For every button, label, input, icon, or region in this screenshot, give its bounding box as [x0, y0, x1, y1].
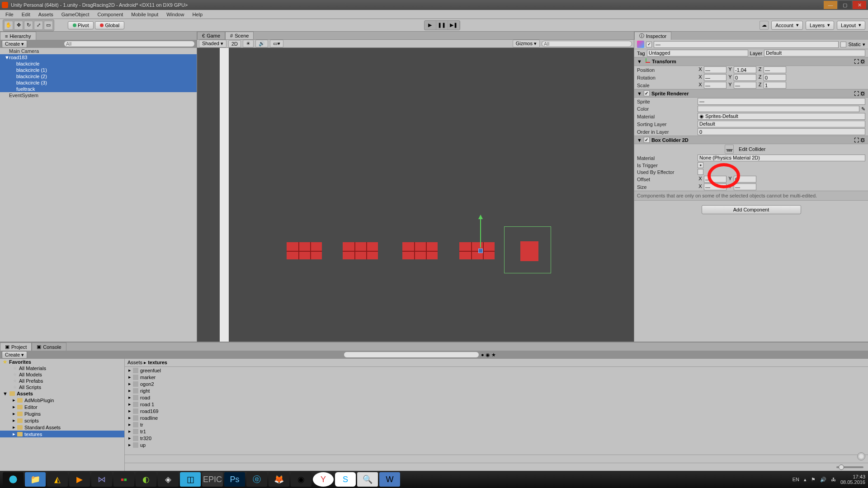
- project-search-input[interactable]: [344, 352, 479, 358]
- tray-up-icon[interactable]: ▴: [804, 477, 807, 483]
- unity-icon[interactable]: ◈: [158, 472, 179, 487]
- menu-window[interactable]: Window: [163, 11, 188, 18]
- hierarchy-create-button[interactable]: Create ▾: [2, 40, 27, 48]
- scene-tab[interactable]: # Scene: [225, 32, 254, 39]
- layer-dropdown[interactable]: Default: [764, 50, 865, 56]
- scene-search-input[interactable]: [542, 41, 632, 47]
- start-button[interactable]: [3, 472, 24, 487]
- asset-item[interactable]: ▸ roadline: [125, 414, 868, 421]
- move-tool[interactable]: ✥: [14, 21, 23, 30]
- tray-volume-icon[interactable]: 🔊: [820, 477, 826, 483]
- scrollbar-thumb-icon[interactable]: [857, 452, 865, 460]
- hierarchy-tab[interactable]: ≡ Hierarchy: [0, 32, 36, 40]
- scale-y-field[interactable]: [734, 82, 756, 89]
- layout-dropdown[interactable]: Layout▾: [837, 21, 865, 30]
- menu-file[interactable]: File: [2, 11, 17, 18]
- asset-item[interactable]: ▸ tr: [125, 421, 868, 428]
- menu-mobileinput[interactable]: Mobile Input: [127, 11, 162, 18]
- asset-item[interactable]: ▸ road 1: [125, 401, 868, 408]
- hierarchy-item[interactable]: blackcircle (2): [0, 73, 197, 80]
- language-indicator[interactable]: EN: [793, 477, 799, 482]
- menu-edit[interactable]: Edit: [18, 11, 34, 18]
- sprite-blackcircle-2[interactable]: [402, 242, 438, 259]
- gizmo-y-axis[interactable]: [480, 216, 481, 248]
- app-icon-2[interactable]: ■■: [113, 472, 134, 487]
- console-tab[interactable]: ▣ Console: [32, 343, 66, 351]
- app-icon-4[interactable]: 🔍: [357, 472, 378, 487]
- asset-item[interactable]: ▸ tr1: [125, 428, 868, 435]
- rot-y-field[interactable]: [734, 74, 756, 81]
- scale-x-field[interactable]: [704, 82, 726, 89]
- sprite-blackcircle-3[interactable]: [459, 242, 495, 259]
- hierarchy-item[interactable]: blackcircle (3): [0, 80, 197, 86]
- favorite-item[interactable]: All Models: [0, 371, 124, 378]
- asset-item[interactable]: ▸ greenfuel: [125, 367, 868, 374]
- size-x-field[interactable]: [704, 183, 726, 190]
- hierarchy-item[interactable]: ▼road183: [0, 54, 197, 61]
- rot-x-field[interactable]: [704, 74, 726, 81]
- project-tab[interactable]: ▣ Project: [0, 343, 32, 351]
- sorting-layer-dropdown[interactable]: Default: [698, 121, 865, 127]
- app-icon-3[interactable]: ◫: [180, 472, 201, 487]
- firefox-icon[interactable]: 🦊: [269, 472, 289, 487]
- order-in-layer-field[interactable]: [698, 128, 865, 135]
- scene-view[interactable]: [197, 48, 634, 342]
- mode-2d-toggle[interactable]: 2D: [228, 40, 241, 47]
- global-toggle[interactable]: Global: [95, 21, 124, 29]
- epic-icon[interactable]: EPIC: [202, 472, 223, 487]
- game-tab[interactable]: € Game: [197, 32, 225, 39]
- used-by-effector-checkbox[interactable]: [698, 169, 703, 175]
- sprite-renderer-header[interactable]: ▼ Sprite Renderer⛶ ⚙: [634, 89, 868, 98]
- asset-item[interactable]: ▸ up: [125, 441, 868, 448]
- hierarchy-item[interactable]: blackcircle (1): [0, 67, 197, 73]
- pause-button[interactable]: ❚❚: [436, 21, 448, 30]
- skype-icon[interactable]: S: [335, 472, 356, 487]
- tray-flag-icon[interactable]: ⚑: [811, 477, 816, 483]
- menu-component[interactable]: Component: [94, 11, 127, 18]
- shading-dropdown[interactable]: Shaded ▾: [199, 40, 226, 47]
- lighting-toggle[interactable]: ☀: [243, 40, 254, 47]
- hierarchy-item[interactable]: Main Camera: [0, 48, 197, 54]
- chrome-icon[interactable]: ◉: [291, 472, 311, 487]
- layers-dropdown[interactable]: Layers▾: [806, 21, 834, 30]
- hand-tool[interactable]: ✋: [4, 21, 13, 30]
- asset-item[interactable]: ▸ tr320: [125, 435, 868, 441]
- explorer-icon[interactable]: 📁: [25, 472, 46, 487]
- minimize-button[interactable]: —: [824, 1, 837, 9]
- favorite-item[interactable]: All Scripts: [0, 384, 124, 390]
- fx-toggle[interactable]: ▭▾: [270, 40, 283, 47]
- photoshop-icon[interactable]: Ps: [224, 472, 245, 487]
- menu-assets[interactable]: Assets: [35, 11, 57, 18]
- scale-tool[interactable]: ⤢: [34, 21, 43, 30]
- aimp-icon[interactable]: ◭: [47, 472, 68, 487]
- folder-item[interactable]: ▸ scripts: [0, 417, 124, 424]
- hierarchy-item[interactable]: EventSystem: [0, 92, 197, 99]
- account-dropdown[interactable]: Account▾: [771, 21, 803, 30]
- inspector-tab[interactable]: ⓘ Inspector: [634, 32, 671, 40]
- asset-item[interactable]: ▸ road169: [125, 408, 868, 414]
- maximize-button[interactable]: ▢: [838, 1, 852, 9]
- size-y-field[interactable]: [734, 183, 756, 190]
- pos-z-field[interactable]: [764, 66, 786, 73]
- rotate-tool[interactable]: ↻: [24, 21, 33, 30]
- folder-item[interactable]: ▸ Standard Assets: [0, 424, 124, 431]
- media-player-icon[interactable]: ▶: [69, 472, 90, 487]
- play-button[interactable]: ▶: [425, 21, 436, 30]
- sprite-material-field[interactable]: ◉ Sprites-Default: [698, 113, 865, 120]
- rect-tool[interactable]: ▭: [44, 21, 53, 30]
- sprite-field[interactable]: —: [698, 98, 865, 105]
- asset-item[interactable]: ▸ marker: [125, 374, 868, 380]
- menu-gameobject[interactable]: GameObject: [58, 11, 93, 18]
- sprite-blackcircle[interactable]: [287, 242, 322, 259]
- project-breadcrumb[interactable]: Assets ▸ textures: [125, 359, 868, 367]
- app-icon-1[interactable]: ⋈: [91, 472, 112, 487]
- cloud-button[interactable]: ☁: [760, 21, 769, 30]
- is-trigger-checkbox[interactable]: [698, 162, 703, 168]
- active-checkbox[interactable]: [646, 42, 652, 47]
- icon-size-slider[interactable]: [836, 466, 863, 468]
- offset-x-field[interactable]: [704, 176, 726, 183]
- sprite-enabled-checkbox[interactable]: [644, 90, 650, 96]
- boxcollider-enabled-checkbox[interactable]: [644, 137, 650, 143]
- favorites-header[interactable]: Favorites: [0, 359, 124, 365]
- color-field[interactable]: [698, 106, 859, 112]
